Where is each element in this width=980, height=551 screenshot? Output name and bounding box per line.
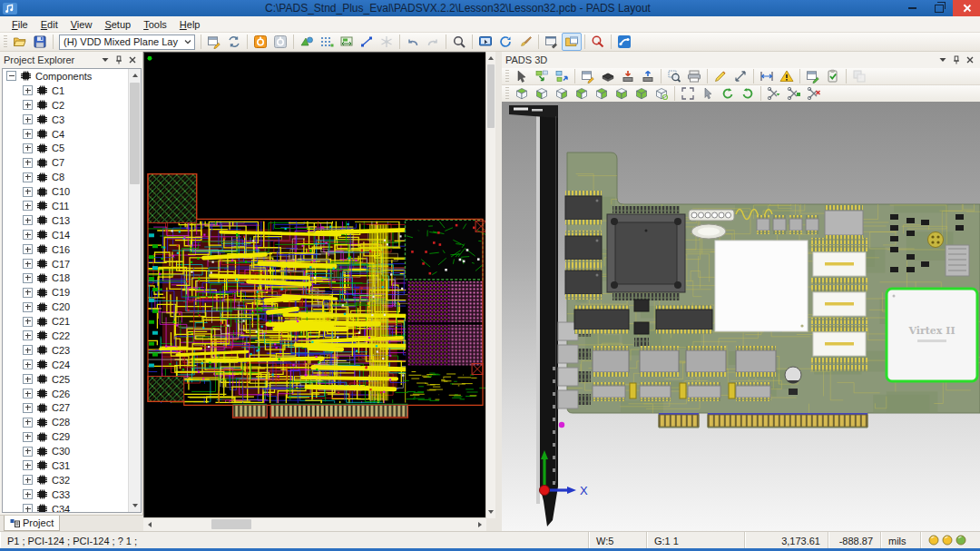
app-icon[interactable] [3,3,17,15]
rotate-left-icon[interactable] [718,84,738,103]
expand-icon[interactable] [23,330,33,340]
pcb-layout-canvas[interactable] [143,52,486,518]
menu-view[interactable]: View [64,17,99,32]
board-view-icon[interactable] [598,67,618,85]
layout-hscroll-thumb[interactable] [211,519,251,529]
open-file-icon[interactable] [10,33,30,51]
project-explorer-toggle-icon[interactable] [562,33,582,51]
refresh-icon[interactable] [224,33,244,51]
collapse-icon[interactable] [6,71,16,81]
layer-selector-dropdown[interactable]: (H) VDD Mixed Plane Lay [59,34,195,50]
fit-view-icon[interactable] [678,84,698,103]
expand-icon[interactable] [23,403,33,413]
expand-icon[interactable] [23,447,33,457]
tree-item-c8[interactable]: C8 [3,170,130,184]
tree-item-c26[interactable]: C26 [3,387,130,401]
tree-item-c1[interactable]: C1 [3,84,130,98]
scroll-down-icon[interactable] [486,506,495,518]
expand-icon[interactable] [23,129,33,139]
tree-item-c33[interactable]: C33 [3,487,130,502]
markup-icon[interactable] [803,67,823,85]
tree-item-c4[interactable]: C4 [3,127,130,142]
pin-icon[interactable] [112,54,125,66]
save-icon[interactable] [30,33,50,51]
toolbar-grip[interactable] [505,87,509,100]
rotate-right-icon[interactable] [738,84,758,103]
properties-icon[interactable] [204,33,224,51]
tree-scrollbar[interactable] [128,69,141,512]
layout-horizontal-scrollbar[interactable] [143,517,486,531]
tree-item-c11[interactable]: C11 [3,199,130,213]
tree-item-c28[interactable]: C28 [3,415,130,429]
pads-router-link-icon[interactable] [614,33,634,51]
tree-item-c21[interactable]: C21 [3,314,130,329]
expand-icon[interactable] [23,374,33,384]
pointer-icon[interactable] [698,84,718,103]
tree-item-c25[interactable]: C25 [3,372,130,387]
scroll-up-icon[interactable] [129,69,141,82]
export-3d-icon[interactable] [532,67,552,85]
design-rules-icon[interactable] [542,33,562,51]
expand-icon[interactable] [23,273,33,283]
pull-component-icon[interactable] [638,67,658,85]
tree-item-c22[interactable]: C22 [3,329,130,343]
tree-item-c13[interactable]: C13 [3,213,130,228]
view-angle-4-icon[interactable] [572,84,592,103]
tree-item-c19[interactable]: C19 [3,285,130,300]
paint-brush-icon[interactable] [515,33,535,51]
layout-vertical-scrollbar[interactable] [485,52,495,518]
tree-root-components[interactable]: Components [3,69,130,84]
expand-icon[interactable] [23,259,33,269]
tree-item-c29[interactable]: C29 [3,429,130,444]
view-angle-1-icon[interactable] [512,84,532,103]
tree-item-c23[interactable]: C23 [3,343,130,358]
tree-item-c2[interactable]: C2 [3,98,130,113]
tree-item-c3[interactable]: C3 [3,113,130,127]
expand-icon[interactable] [23,215,33,225]
tree-item-c30[interactable]: C30 [3,444,130,458]
view-angle-2-icon[interactable] [532,84,552,103]
view-angle-3-icon[interactable] [552,84,572,103]
expand-icon[interactable] [23,85,33,95]
tree-item-c27[interactable]: C27 [3,400,130,415]
pads-3d-viewport[interactable]: Virtex II [502,102,980,531]
tree-scroll-thumb[interactable] [130,83,140,184]
expand-icon[interactable] [23,418,33,428]
menu-tools[interactable]: Tools [137,17,173,32]
zoom-area-icon[interactable] [664,67,684,85]
tree-item-c14[interactable]: C14 [3,228,130,242]
view-angle-7-icon[interactable] [632,84,652,103]
expand-icon[interactable] [23,475,33,485]
expand-icon[interactable] [23,504,33,512]
tree-item-c7[interactable]: C7 [3,155,130,170]
measure-width-icon[interactable] [757,67,777,85]
scroll-up-icon[interactable] [486,52,495,64]
snip-region-icon[interactable] [784,84,804,103]
tree-item-c10[interactable]: C10 [3,184,130,199]
redraw-cycle-icon[interactable] [495,33,515,51]
tree-item-c5[interactable]: C5 [3,141,130,155]
tree-item-c24[interactable]: C24 [3,358,130,372]
scroll-down-icon[interactable] [129,499,141,512]
design-toolbar-icon[interactable] [317,33,337,51]
panel-close-icon[interactable] [963,54,976,66]
tree-item-c32[interactable]: C32 [3,473,130,487]
layout-vscroll-thumb[interactable] [487,64,495,128]
expand-icon[interactable] [23,187,33,197]
measure-free-icon[interactable] [710,67,730,85]
tree-item-c31[interactable]: C31 [3,458,130,473]
eco-compare-icon[interactable] [270,33,290,51]
zoom-icon[interactable] [449,33,469,51]
toolbar-grip[interactable] [505,70,509,83]
minimize-button[interactable] [898,0,926,16]
chevron-down-icon[interactable] [183,37,192,46]
tree-item-c20[interactable]: C20 [3,300,130,314]
expand-icon[interactable] [23,432,33,442]
expand-icon[interactable] [23,158,33,168]
undo-icon[interactable] [403,33,423,51]
tree-item-c18[interactable]: C18 [3,271,130,285]
measure-point-icon[interactable] [730,67,750,85]
toolbar-grip[interactable] [4,35,7,48]
snip-cancel-icon[interactable] [804,84,824,103]
expand-icon[interactable] [23,302,33,312]
